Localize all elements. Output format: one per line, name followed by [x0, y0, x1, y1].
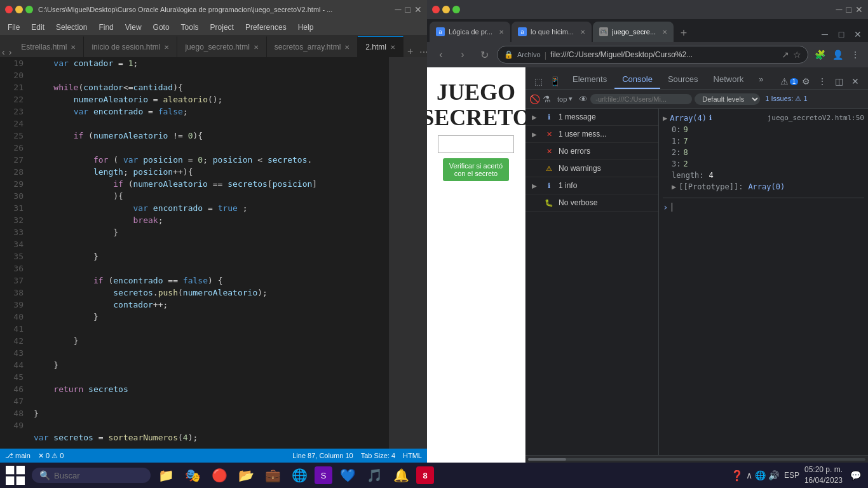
vscode-window-close[interactable]: ✕	[414, 4, 422, 15]
tab-nav-add[interactable]: +	[403, 46, 417, 57]
tab-nav-right[interactable]: ›	[7, 47, 14, 57]
menu-edit[interactable]: Edit	[26, 22, 50, 33]
tab-close-2[interactable]: ✕	[254, 44, 259, 51]
taskbar-icon-4[interactable]: 💼	[261, 464, 284, 487]
devtools-tab-elements[interactable]: Elements	[565, 70, 614, 89]
taskbar-search-input[interactable]	[54, 471, 143, 480]
console-item-user[interactable]: ▶ ✕ 1 user mess...	[526, 126, 658, 143]
tab-2html[interactable]: 2.html ✕	[358, 36, 403, 57]
tab-juego[interactable]: juego_secreto.html ✕	[177, 36, 266, 57]
taskbar-start-button[interactable]	[3, 463, 28, 488]
tab-nav-split[interactable]: ⋯	[417, 47, 427, 57]
browser-window-min[interactable]: ─	[836, 4, 843, 15]
extensions-icon[interactable]: 🧩	[812, 47, 827, 62]
devtools-device-icon[interactable]: 📱	[547, 74, 562, 89]
tab-close-0[interactable]: ✕	[71, 44, 76, 51]
menu-view[interactable]: View	[120, 22, 147, 33]
taskbar-icon-3[interactable]: 📂	[234, 464, 257, 487]
taskbar-vscode-icon[interactable]: 💙	[336, 464, 359, 487]
browser-tab-2[interactable]: 🎮 juego_secre... ✕	[593, 22, 674, 42]
devtools-inspect-icon[interactable]: ⬚	[531, 74, 546, 89]
taskbar-icon-1[interactable]: 🎭	[181, 464, 204, 487]
devtools-tab-more[interactable]: »	[751, 70, 771, 89]
devtools-tab-sources[interactable]: Sources	[660, 70, 706, 89]
vscode-window-min[interactable]: ─	[395, 4, 402, 15]
array-title[interactable]: Array(4)	[670, 112, 707, 124]
devtools-eye-icon[interactable]: 👁	[579, 94, 588, 104]
tab-inicio[interactable]: inicio de sesion.html ✕	[84, 36, 177, 57]
vscode-max-btn[interactable]	[25, 6, 33, 13]
array-info-icon[interactable]: ℹ	[709, 112, 712, 124]
tab-close-4[interactable]: ✕	[390, 44, 395, 51]
menu-selection[interactable]: Selection	[51, 22, 92, 33]
browser-tab-2-close[interactable]: ✕	[662, 29, 667, 36]
menu-help[interactable]: Help	[293, 22, 319, 33]
vscode-close-btn[interactable]	[5, 6, 13, 13]
address-bookmark-icon[interactable]: ☆	[793, 50, 801, 60]
verify-button[interactable]: Verificar si acertócon el secreto	[443, 158, 509, 181]
tab-estrellas[interactable]: Estrellas.html ✕	[13, 36, 84, 57]
menu-goto[interactable]: Goto	[148, 22, 175, 33]
devtools-close-icon[interactable]: ✕	[848, 74, 863, 89]
browser-minimize-icon[interactable]: ─	[817, 27, 832, 42]
tab-close-1[interactable]: ✕	[164, 44, 169, 51]
vscode-window-max[interactable]: □	[405, 4, 410, 15]
taskbar-icon-5[interactable]: S	[315, 466, 332, 484]
browser-tab-1-close[interactable]: ✕	[580, 29, 585, 36]
console-item-info[interactable]: ▶ ℹ 1 info	[526, 177, 658, 194]
more-icon[interactable]: ⋮	[848, 47, 863, 62]
browser-window-max[interactable]: □	[846, 4, 851, 15]
game-input[interactable]	[438, 135, 514, 153]
taskbar-language[interactable]: ESP	[784, 471, 799, 480]
taskbar-icon-2[interactable]: 🔴	[208, 464, 231, 487]
devtools-clear-icon[interactable]: 🚫	[529, 94, 540, 104]
nav-refresh[interactable]: ↻	[475, 46, 493, 64]
browser-window-close[interactable]: ✕	[855, 4, 863, 15]
taskbar-search[interactable]: 🔍	[32, 468, 151, 483]
devtools-tab-network[interactable]: Network	[706, 70, 752, 89]
tab-nav-left[interactable]: ‹	[0, 47, 7, 57]
devtools-issues-icon[interactable]: ⚠1	[782, 74, 797, 89]
nav-forward[interactable]: ›	[454, 46, 471, 64]
console-item-no-warnings[interactable]: ⚠ No warnings	[526, 160, 658, 177]
prototype-expand[interactable]: ▶	[672, 181, 676, 193]
array-expand-icon[interactable]: ▶	[663, 112, 667, 124]
taskbar-up-arrow-icon[interactable]: ∧	[746, 470, 752, 480]
taskbar-chrome-icon[interactable]: 🌐	[288, 464, 311, 487]
taskbar-icon-6[interactable]: 🎵	[363, 464, 386, 487]
menu-find[interactable]: Find	[93, 22, 118, 33]
console-item-verbose[interactable]: 🐛 No verbose	[526, 194, 658, 212]
vscode-min-btn[interactable]	[15, 6, 23, 13]
taskbar-network-icon[interactable]: 🌐	[755, 470, 766, 480]
menu-project[interactable]: Project	[205, 22, 239, 33]
address-bar[interactable]: 🔒 Archivo | file:///C:/Users/Miguel/Desk…	[497, 46, 808, 64]
browser-new-tab[interactable]: +	[675, 24, 693, 42]
browser-tab-0-close[interactable]: ✕	[499, 29, 504, 36]
devtools-more-icon[interactable]: ⋮	[815, 74, 830, 89]
menu-file[interactable]: File	[3, 22, 25, 33]
console-item-no-errors[interactable]: ✕ No errors	[526, 143, 658, 160]
address-share-icon[interactable]: ↗	[782, 50, 789, 60]
tab-secretos[interactable]: secretos_array.html ✕	[267, 36, 358, 57]
taskbar-icon-8[interactable]: 8	[416, 466, 434, 484]
taskbar-volume-icon[interactable]: 🔊	[768, 470, 779, 480]
devtools-levels-select[interactable]: Default levels	[695, 93, 760, 105]
browser-tab-0[interactable]: a Lógica de pr... ✕	[430, 22, 510, 42]
devtools-filter-icon[interactable]: ⚗	[543, 94, 551, 104]
taskbar-help-icon[interactable]: ❓	[731, 470, 743, 482]
devtools-dock-icon[interactable]: ◫	[831, 74, 846, 89]
taskbar-icon-7[interactable]: 🔔	[390, 464, 412, 487]
browser-tab-1[interactable]: a lo que hicim... ✕	[512, 22, 592, 42]
menu-tools[interactable]: Tools	[176, 22, 204, 33]
nav-back[interactable]: ‹	[432, 46, 450, 64]
devtools-issues-count[interactable]: 1 Issues: ⚠ 1	[765, 95, 807, 103]
devtools-settings-icon[interactable]: ⚙	[798, 74, 813, 89]
taskbar-notification-icon[interactable]: 💬	[848, 468, 863, 483]
profile-icon[interactable]: 👤	[830, 47, 845, 62]
browser-min-btn[interactable]	[442, 6, 450, 13]
devtools-tab-console[interactable]: Console	[614, 70, 660, 89]
menu-preferences[interactable]: Preferences	[240, 22, 292, 33]
console-item-messages[interactable]: ▶ ℹ 1 message	[526, 109, 658, 126]
browser-close-icon[interactable]: ✕	[850, 27, 865, 42]
browser-restore-icon[interactable]: □	[834, 27, 849, 42]
